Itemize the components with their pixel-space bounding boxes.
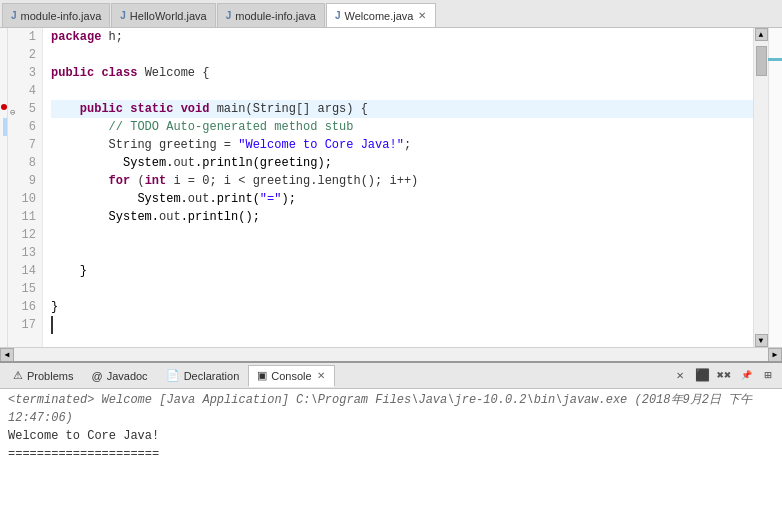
line-num-16: 16	[8, 298, 42, 316]
console-icon: ▣	[257, 369, 267, 382]
console-output-line-2: =====================	[8, 445, 774, 463]
editor-left-bar	[0, 28, 8, 347]
code-line-16: }	[51, 298, 753, 316]
new-console-button[interactable]: ⊞	[758, 367, 778, 385]
console-output[interactable]: <terminated> Welcome [Java Application] …	[0, 389, 782, 521]
line-num-10: 10	[8, 190, 42, 208]
line-num-11: 11	[8, 208, 42, 226]
code-line-15	[51, 280, 753, 298]
console-output-line-1: Welcome to Core Java!	[8, 427, 774, 445]
tab-module-info-2[interactable]: J module-info.java	[217, 3, 325, 27]
java-file-icon: J	[11, 10, 17, 21]
close-console-tab-icon[interactable]: ✕	[316, 370, 326, 381]
scroll-up-arrow[interactable]: ▲	[755, 28, 768, 41]
code-line-10: System.out.print("=");	[51, 190, 753, 208]
code-line-2	[51, 46, 753, 64]
page-icon: 📄	[166, 369, 180, 382]
line-num-7: 7	[8, 136, 42, 154]
at-icon: @	[91, 370, 102, 382]
code-line-5: public static void main(String[] args) {	[51, 100, 753, 118]
tab-module-info-1[interactable]: J module-info.java	[2, 3, 110, 27]
close-tab-icon[interactable]: ✕	[417, 10, 427, 21]
code-line-4	[51, 82, 753, 100]
line-num-5: ⊖ 5	[8, 100, 42, 118]
overview-ruler	[768, 28, 782, 347]
warning-icon: ⚠	[13, 369, 23, 382]
console-terminated-line: <terminated> Welcome [Java Application] …	[8, 391, 774, 427]
pin-button[interactable]: 📌	[736, 367, 756, 385]
tab-console-label: Console	[271, 370, 311, 382]
code-line-11: System.out.println();	[51, 208, 753, 226]
line-num-8: 8	[8, 154, 42, 172]
tab-bar: J module-info.java J HelloWorld.java J m…	[0, 0, 782, 28]
tab-javadoc-label: Javadoc	[107, 370, 148, 382]
scroll-down-arrow[interactable]: ▼	[755, 334, 768, 347]
scroll-track[interactable]	[755, 41, 768, 334]
tab-declaration[interactable]: 📄 Declaration	[157, 365, 249, 387]
tab-problems-label: Problems	[27, 370, 73, 382]
line-num-14: 14	[8, 262, 42, 280]
line-num-1: 1	[8, 28, 42, 46]
bottom-panel: ⚠ Problems @ Javadoc 📄 Declaration ▣ Con…	[0, 361, 782, 521]
tab-label: module-info.java	[21, 10, 102, 22]
line-num-12: 12	[8, 226, 42, 244]
code-line-14: }	[51, 262, 753, 280]
tab-helloworld[interactable]: J HelloWorld.java	[111, 3, 215, 27]
bottom-tab-bar: ⚠ Problems @ Javadoc 📄 Declaration ▣ Con…	[0, 363, 782, 389]
tab-label: Welcome.java	[345, 10, 414, 22]
code-line-6: // TODO Auto-generated method stub	[51, 118, 753, 136]
tab-welcome[interactable]: J Welcome.java ✕	[326, 3, 436, 27]
code-line-3: public class Welcome {	[51, 64, 753, 82]
scroll-left-arrow[interactable]: ◀	[0, 348, 14, 362]
vertical-scrollbar[interactable]: ▲ ▼	[753, 28, 768, 347]
stop-process-button[interactable]: ⬛	[692, 367, 712, 385]
java-file-icon: J	[226, 10, 232, 21]
code-line-7: String greeting = "Welcome to Core Java!…	[51, 136, 753, 154]
line-numbers: 1 2 3 4 ⊖ 5 6 7 8 9 10 11 12 13 14 15 16…	[8, 28, 43, 347]
tab-label: HelloWorld.java	[130, 10, 207, 22]
horizontal-scrollbar[interactable]: ◀ ▶	[0, 347, 782, 361]
code-area[interactable]: package h; public class Welcome { public…	[43, 28, 753, 347]
line-num-9: 9	[8, 172, 42, 190]
code-line-1: package h;	[51, 28, 753, 46]
overview-marker	[768, 58, 782, 61]
java-file-icon: J	[335, 10, 341, 21]
code-line-12	[51, 226, 753, 244]
code-line-17	[51, 316, 753, 334]
code-line-8: System.out.println(greeting);	[51, 154, 753, 172]
line-num-2: 2	[8, 46, 42, 64]
scroll-right-arrow[interactable]: ▶	[768, 348, 782, 362]
bottom-tab-actions: ✕ ⬛ ✖✖ 📌 ⊞	[670, 367, 782, 385]
tab-declaration-label: Declaration	[184, 370, 240, 382]
line-num-4: 4	[8, 82, 42, 100]
tab-label: module-info.java	[235, 10, 316, 22]
clear-console-button[interactable]: ✕	[670, 367, 690, 385]
tab-problems[interactable]: ⚠ Problems	[4, 365, 82, 387]
h-scroll-track[interactable]	[14, 349, 768, 361]
line-num-13: 13	[8, 244, 42, 262]
remove-all-button[interactable]: ✖✖	[714, 367, 734, 385]
editor-container: 1 2 3 4 ⊖ 5 6 7 8 9 10 11 12 13 14 15 16…	[0, 28, 782, 347]
scroll-thumb[interactable]	[756, 46, 767, 76]
tab-console[interactable]: ▣ Console ✕	[248, 365, 334, 387]
code-line-13	[51, 244, 753, 262]
tab-javadoc[interactable]: @ Javadoc	[82, 365, 156, 387]
line-num-15: 15	[8, 280, 42, 298]
line-num-3: 3	[8, 64, 42, 82]
line-num-17: 17	[8, 316, 42, 334]
java-file-icon: J	[120, 10, 126, 21]
code-line-9: for (int i = 0; i < greeting.length(); i…	[51, 172, 753, 190]
line-num-6: 6	[8, 118, 42, 136]
